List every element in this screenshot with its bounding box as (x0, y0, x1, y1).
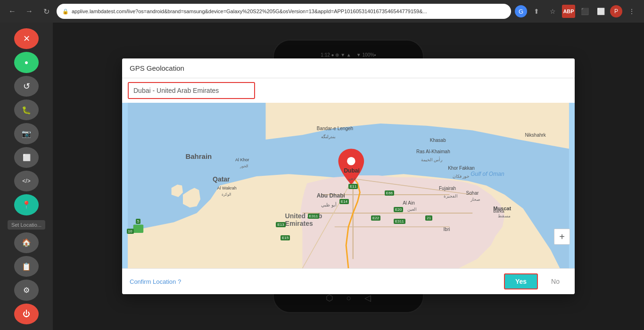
modal-actions: Yes No (504, 273, 567, 289)
no-button[interactable]: No (544, 274, 567, 289)
power-button[interactable]: ⏻ (14, 304, 39, 324)
address-bar[interactable]: 🔒 applive.lambdatest.com/live?os=android… (57, 4, 511, 19)
settings-button[interactable]: ⚙ (14, 280, 39, 300)
modal-overlay: GPS Geolocation (53, 23, 644, 330)
location-button[interactable]: 📍 (14, 194, 39, 215)
set-location-label: Set Locatio... (8, 220, 45, 230)
screenshot-button[interactable]: ⬜ (14, 147, 39, 168)
close-button[interactable]: ✕ (14, 28, 39, 49)
confirm-question-mark[interactable]: ? (178, 278, 181, 285)
confirm-location-text: Confirm Location ? (130, 278, 181, 285)
main-content: ✕ ● ↺ 🐛 📷 ⬜ </> 📍 Set Locatio... 🏠 📋 ⚙ ⏻… (0, 23, 644, 330)
lock-icon: 🔒 (62, 8, 69, 15)
modal-header: GPS Geolocation (122, 58, 575, 78)
home-button[interactable]: 🏠 (14, 232, 39, 253)
svg-rect-9 (133, 224, 143, 233)
map-zoom-controls: + (554, 229, 570, 245)
device-area: 1:12 ● ⊕ ▼ ▲ ▼ 100%▪ ⬡ ○ ◁ GPS Geolocati… (53, 23, 644, 330)
map-container: Bahrain Qatar Bandar-e Lengeh بندرلنگه K… (122, 103, 575, 268)
forward-button[interactable]: → (23, 5, 36, 18)
zoom-in-button[interactable]: + (554, 229, 570, 244)
refresh-button[interactable]: ↻ (40, 5, 53, 18)
extension-icon[interactable]: ABP (562, 5, 575, 18)
share-icon[interactable]: ⬆ (530, 5, 543, 18)
fullscreen-icon[interactable]: ⬜ (594, 5, 607, 18)
bug-button[interactable]: 🐛 (14, 99, 39, 120)
browser-actions: G ⬆ ☆ ABP ⬛ ⬜ P ⋮ (515, 5, 638, 18)
devtools-button[interactable]: </> (14, 171, 39, 191)
bookmark-icon[interactable]: ☆ (546, 5, 559, 18)
modal-map[interactable]: Bahrain Qatar Bandar-e Lengeh بندرلنگه K… (122, 103, 575, 268)
url-text: applive.lambdatest.com/live?os=android&b… (72, 8, 427, 14)
location-search-input[interactable] (128, 82, 255, 99)
svg-point-8 (347, 157, 355, 165)
back-button[interactable]: ← (6, 5, 19, 18)
browser-toolbar: ← → ↻ 🔒 applive.lambdatest.com/live?os=a… (0, 0, 644, 23)
google-icon[interactable]: G (515, 5, 527, 17)
logs-button[interactable]: 📋 (14, 256, 39, 277)
map-svg (122, 103, 575, 268)
camera-button[interactable]: 📷 (14, 123, 39, 144)
sidebar: ✕ ● ↺ 🐛 📷 ⬜ </> 📍 Set Locatio... 🏠 📋 ⚙ ⏻ (0, 23, 53, 330)
gps-modal: GPS Geolocation (122, 58, 575, 294)
extensions-icon[interactable]: ⬛ (578, 5, 591, 18)
confirm-label: Confirm Location (130, 278, 176, 285)
modal-search-area (122, 78, 575, 103)
menu-icon[interactable]: ⋮ (625, 5, 638, 18)
record-button[interactable]: ● (14, 52, 39, 73)
profile-icon[interactable]: P (610, 5, 622, 17)
yes-button[interactable]: Yes (504, 273, 538, 289)
rotate-button[interactable]: ↺ (14, 76, 39, 97)
modal-title: GPS Geolocation (130, 64, 184, 72)
modal-footer: Confirm Location ? Yes No (122, 268, 575, 294)
